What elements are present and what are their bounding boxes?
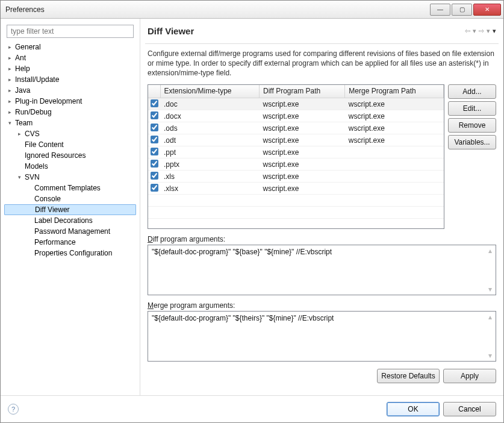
tree-item-general[interactable]: ▸General (4, 42, 136, 52)
cell-extension: .doc (160, 98, 260, 110)
ok-button[interactable]: OK (387, 402, 440, 416)
chevron-down-icon[interactable]: ▾ (15, 174, 23, 180)
tree-item-run-debug[interactable]: ▸Run/Debug (4, 107, 136, 118)
tree-label: SVN (23, 173, 40, 181)
tree-item-cvs[interactable]: ▸CVS (4, 128, 136, 139)
cancel-button[interactable]: Cancel (443, 402, 496, 416)
merge-args-label: Merge program arguments: (148, 301, 496, 310)
tree-item-models[interactable]: Models (4, 161, 136, 172)
tree-item-ignored-resources[interactable]: Ignored Resources (4, 150, 136, 161)
edit-button[interactable]: Edit... (448, 101, 496, 116)
table-row[interactable]: .docxwscript.exewscript.exe (148, 110, 444, 122)
tree-item-comment-templates[interactable]: Comment Templates (4, 183, 136, 193)
cell-extension: .ppt (160, 146, 260, 158)
chevron-right-icon[interactable]: ▸ (15, 131, 23, 137)
forward-icon[interactable]: ⇨ (479, 27, 484, 35)
tree-label: Label Decorations (33, 216, 93, 225)
remove-button[interactable]: Remove (448, 118, 496, 133)
tree-label: File Content (23, 140, 64, 149)
table-row-empty (148, 219, 444, 229)
tree-label: Ignored Resources (23, 151, 86, 160)
page-description: Configure external diff/merge programs u… (145, 44, 499, 84)
diff-args-label: Diff program arguments: (148, 235, 496, 243)
tree-item-file-content[interactable]: File Content (4, 139, 136, 150)
view-menu-icon[interactable]: ▾ (493, 27, 496, 35)
tree-item-ant[interactable]: ▸Ant (4, 52, 136, 63)
row-checkbox[interactable] (151, 160, 158, 168)
row-checkbox[interactable] (151, 124, 158, 131)
cell-merge-path: wscript.exe (345, 110, 444, 122)
tree-label: Java (14, 86, 30, 95)
tree-label: Properties Configuration (33, 249, 112, 257)
tree-item-install-update[interactable]: ▸Install/Update (4, 74, 136, 85)
table-row[interactable]: .odtwscript.exewscript.exe (148, 134, 444, 146)
col-extension[interactable]: Extension/Mime-type (160, 85, 260, 98)
cell-extension: .ods (160, 122, 260, 134)
tree-label: Run/Debug (14, 108, 52, 116)
diff-args-input[interactable]: "${default-doc-program}" "${base}" "${mi… (152, 248, 485, 292)
tree-item-diff-viewer[interactable]: Diff Viewer (4, 204, 136, 215)
tree-item-label-decorations[interactable]: Label Decorations (4, 215, 136, 226)
apply-button[interactable]: Apply (443, 369, 496, 383)
dialog-footer: ? OK Cancel (1, 395, 503, 422)
tree-label: General (14, 43, 41, 51)
mappings-table[interactable]: Extension/Mime-type Diff Program Path Me… (148, 85, 444, 229)
chevron-down-icon[interactable]: ▾ (5, 120, 14, 126)
table-row[interactable]: .pptwscript.exe (148, 146, 444, 158)
forward-menu-icon[interactable]: ▾ (487, 27, 490, 35)
row-checkbox[interactable] (151, 136, 158, 143)
table-row[interactable]: .xlsxwscript.exe (148, 183, 444, 195)
tree-label: Performance (33, 238, 76, 246)
close-button[interactable]: ✕ (473, 4, 501, 16)
variables-button[interactable]: Variables... (448, 135, 496, 149)
table-row[interactable]: .docwscript.exewscript.exe (148, 98, 444, 110)
help-icon[interactable]: ? (8, 404, 19, 415)
cell-extension: .xlsx (160, 183, 260, 195)
col-merge-path[interactable]: Merge Program Path (345, 85, 444, 98)
restore-defaults-button[interactable]: Restore Defaults (377, 369, 440, 383)
row-checkbox[interactable] (151, 111, 158, 119)
filter-input[interactable] (7, 25, 134, 38)
window-title: Preferences (5, 5, 429, 14)
tree-item-help[interactable]: ▸Help (4, 63, 136, 74)
tree-item-password-management[interactable]: Password Management (4, 226, 136, 237)
tree-item-console[interactable]: Console (4, 193, 136, 204)
cell-extension: .xls (160, 171, 260, 183)
chevron-right-icon[interactable]: ▸ (5, 109, 14, 115)
row-checkbox[interactable] (151, 148, 158, 155)
merge-args-input[interactable]: "${default-doc-program}" "${theirs}" "${… (152, 314, 485, 359)
chevron-right-icon[interactable]: ▸ (5, 98, 14, 104)
row-checkbox[interactable] (151, 99, 158, 107)
maximize-button[interactable]: ▢ (452, 4, 472, 16)
tree-item-performance[interactable]: Performance (4, 237, 136, 248)
chevron-right-icon[interactable]: ▸ (5, 87, 14, 93)
back-icon[interactable]: ⇦ (465, 27, 470, 35)
chevron-right-icon[interactable]: ▸ (5, 44, 14, 50)
tree-item-svn[interactable]: ▾SVN (4, 172, 136, 183)
chevron-right-icon[interactable]: ▸ (5, 77, 14, 83)
chevron-right-icon[interactable]: ▸ (5, 66, 14, 72)
col-diff-path[interactable]: Diff Program Path (260, 85, 345, 98)
add-button[interactable]: Add... (448, 84, 496, 99)
minimize-button[interactable]: — (430, 4, 450, 16)
tree-label: Console (33, 195, 61, 203)
table-row-empty (148, 195, 444, 207)
tree-item-java[interactable]: ▸Java (4, 85, 136, 96)
cell-merge-path (345, 171, 444, 183)
table-row[interactable]: .xlswscript.exe (148, 171, 444, 183)
nav-icons: ⇦ ▾ ⇨ ▾ ▾ (465, 27, 499, 35)
tree-item-team[interactable]: ▾Team (4, 118, 136, 128)
row-checkbox[interactable] (151, 172, 158, 180)
back-menu-icon[interactable]: ▾ (473, 27, 476, 35)
tree-item-plug-in-development[interactable]: ▸Plug-in Development (4, 96, 136, 107)
table-row[interactable]: .pptxwscript.exe (148, 158, 444, 171)
row-checkbox[interactable] (151, 184, 158, 192)
col-check[interactable] (148, 85, 160, 98)
page-header: Diff Viewer ⇦ ▾ ⇨ ▾ ▾ (145, 19, 499, 44)
preferences-tree[interactable]: ▸General▸Ant▸Help▸Install/Update▸Java▸Pl… (3, 42, 137, 395)
tree-item-properties-configuration[interactable]: Properties Configuration (4, 248, 136, 258)
table-row[interactable]: .odswscript.exewscript.exe (148, 122, 444, 134)
chevron-right-icon[interactable]: ▸ (5, 55, 14, 61)
cell-diff-path: wscript.exe (260, 110, 345, 122)
tree-label: Comment Templates (33, 184, 101, 192)
